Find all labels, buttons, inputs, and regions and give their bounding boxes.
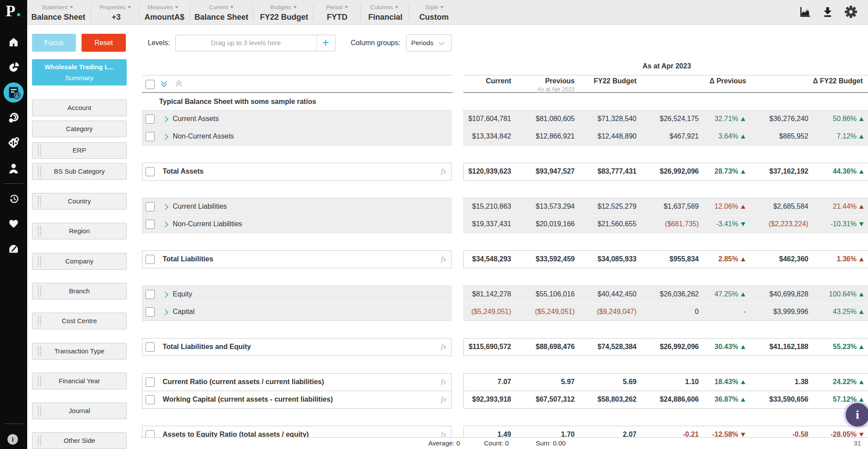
svg-text:$: $ bbox=[16, 93, 18, 98]
